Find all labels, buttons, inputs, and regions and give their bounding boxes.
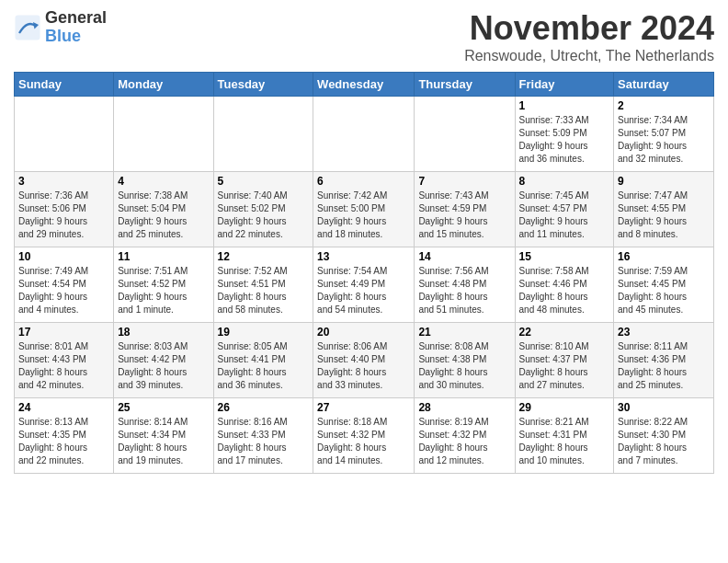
day-number: 4	[118, 175, 209, 188]
calendar-cell-w3-d6: 23Sunrise: 8:11 AM Sunset: 4:36 PM Dayli…	[614, 323, 714, 398]
day-number: 5	[218, 175, 310, 188]
day-number: 10	[18, 250, 109, 263]
day-number: 7	[418, 175, 510, 188]
calendar-cell-w4-d0: 24Sunrise: 8:13 AM Sunset: 4:35 PM Dayli…	[15, 398, 114, 474]
day-info: Sunrise: 8:16 AM Sunset: 4:33 PM Dayligh…	[218, 416, 310, 467]
day-info: Sunrise: 7:54 AM Sunset: 4:49 PM Dayligh…	[317, 265, 410, 316]
day-number: 19	[218, 326, 310, 339]
day-info: Sunrise: 8:11 AM Sunset: 4:36 PM Dayligh…	[618, 340, 710, 392]
day-info: Sunrise: 7:36 AM Sunset: 5:06 PM Dayligh…	[18, 190, 109, 241]
day-number: 1	[519, 99, 610, 112]
calendar-cell-w3-d2: 19Sunrise: 8:05 AM Sunset: 4:41 PM Dayli…	[213, 323, 313, 398]
month-title: November 2024	[464, 9, 714, 48]
calendar-cell-w3-d5: 22Sunrise: 8:10 AM Sunset: 4:37 PM Dayli…	[515, 323, 614, 398]
day-info: Sunrise: 7:51 AM Sunset: 4:52 PM Dayligh…	[118, 265, 209, 316]
day-number: 12	[218, 250, 310, 263]
calendar-body: 1Sunrise: 7:33 AM Sunset: 5:09 PM Daylig…	[15, 97, 714, 474]
day-number: 26	[218, 401, 310, 414]
day-info: Sunrise: 7:42 AM Sunset: 5:00 PM Dayligh…	[317, 190, 410, 241]
day-info: Sunrise: 7:33 AM Sunset: 5:09 PM Dayligh…	[519, 114, 610, 166]
calendar-cell-w1-d1: 4Sunrise: 7:38 AM Sunset: 5:04 PM Daylig…	[114, 172, 213, 247]
day-number: 16	[618, 250, 710, 263]
day-info: Sunrise: 8:22 AM Sunset: 4:30 PM Dayligh…	[618, 416, 710, 467]
location: Renswoude, Utrecht, The Netherlands	[464, 48, 714, 64]
calendar-cell-w2-d1: 11Sunrise: 7:51 AM Sunset: 4:52 PM Dayli…	[114, 247, 213, 323]
calendar-cell-w3-d1: 18Sunrise: 8:03 AM Sunset: 4:42 PM Dayli…	[114, 323, 213, 398]
day-info: Sunrise: 8:14 AM Sunset: 4:34 PM Dayligh…	[118, 416, 209, 467]
day-number: 11	[118, 250, 209, 263]
day-info: Sunrise: 7:47 AM Sunset: 4:55 PM Dayligh…	[618, 190, 710, 241]
title-section: November 2024 Renswoude, Utrecht, The Ne…	[464, 9, 714, 64]
calendar-cell-w1-d3: 6Sunrise: 7:42 AM Sunset: 5:00 PM Daylig…	[313, 172, 415, 247]
calendar-cell-w0-d0	[15, 97, 114, 172]
calendar-cell-w4-d3: 27Sunrise: 8:18 AM Sunset: 4:32 PM Dayli…	[313, 398, 415, 474]
day-info: Sunrise: 8:05 AM Sunset: 4:41 PM Dayligh…	[218, 340, 310, 392]
day-number: 23	[618, 326, 710, 339]
day-number: 30	[618, 401, 710, 414]
calendar-week-3: 17Sunrise: 8:01 AM Sunset: 4:43 PM Dayli…	[15, 323, 714, 398]
day-number: 2	[618, 99, 710, 112]
day-number: 27	[317, 401, 410, 414]
day-number: 3	[18, 175, 109, 188]
day-number: 9	[618, 175, 710, 188]
page-container: General Blue November 2024 Renswoude, Ut…	[0, 0, 728, 483]
day-info: Sunrise: 8:18 AM Sunset: 4:32 PM Dayligh…	[317, 416, 410, 467]
day-number: 18	[118, 326, 209, 339]
day-number: 22	[519, 326, 610, 339]
calendar-cell-w2-d4: 14Sunrise: 7:56 AM Sunset: 4:48 PM Dayli…	[415, 247, 515, 323]
calendar-cell-w0-d5: 1Sunrise: 7:33 AM Sunset: 5:09 PM Daylig…	[515, 97, 614, 172]
calendar-cell-w4-d4: 28Sunrise: 8:19 AM Sunset: 4:32 PM Dayli…	[415, 398, 515, 474]
day-number: 17	[18, 326, 109, 339]
day-number: 14	[418, 250, 510, 263]
calendar-cell-w4-d5: 29Sunrise: 8:21 AM Sunset: 4:31 PM Dayli…	[515, 398, 614, 474]
calendar-cell-w0-d4	[415, 97, 515, 172]
day-info: Sunrise: 7:58 AM Sunset: 4:46 PM Dayligh…	[519, 265, 610, 316]
calendar-cell-w2-d5: 15Sunrise: 7:58 AM Sunset: 4:46 PM Dayli…	[515, 247, 614, 323]
day-number: 15	[519, 250, 610, 263]
logo-icon	[14, 14, 41, 41]
svg-rect-0	[16, 15, 40, 40]
calendar-cell-w1-d5: 8Sunrise: 7:45 AM Sunset: 4:57 PM Daylig…	[515, 172, 614, 247]
calendar-cell-w0-d3	[313, 97, 415, 172]
calendar-cell-w2-d3: 13Sunrise: 7:54 AM Sunset: 4:49 PM Dayli…	[313, 247, 415, 323]
calendar-table: SundayMondayTuesdayWednesdayThursdayFrid…	[14, 72, 714, 474]
day-info: Sunrise: 8:10 AM Sunset: 4:37 PM Dayligh…	[519, 340, 610, 392]
day-number: 21	[418, 326, 510, 339]
weekday-header-thursday: Thursday	[415, 73, 515, 97]
weekday-header-saturday: Saturday	[614, 73, 714, 97]
logo-line1: General	[45, 9, 107, 28]
calendar-cell-w0-d2	[213, 97, 313, 172]
day-info: Sunrise: 7:56 AM Sunset: 4:48 PM Dayligh…	[418, 265, 510, 316]
calendar-cell-w1-d2: 5Sunrise: 7:40 AM Sunset: 5:02 PM Daylig…	[213, 172, 313, 247]
day-info: Sunrise: 7:43 AM Sunset: 4:59 PM Dayligh…	[418, 190, 510, 241]
day-info: Sunrise: 8:13 AM Sunset: 4:35 PM Dayligh…	[18, 416, 109, 467]
day-number: 25	[118, 401, 209, 414]
day-info: Sunrise: 7:49 AM Sunset: 4:54 PM Dayligh…	[18, 265, 109, 316]
day-info: Sunrise: 8:21 AM Sunset: 4:31 PM Dayligh…	[519, 416, 610, 467]
day-number: 13	[317, 250, 410, 263]
day-info: Sunrise: 8:03 AM Sunset: 4:42 PM Dayligh…	[118, 340, 209, 392]
weekday-header-wednesday: Wednesday	[313, 73, 415, 97]
calendar-cell-w2-d0: 10Sunrise: 7:49 AM Sunset: 4:54 PM Dayli…	[15, 247, 114, 323]
logo-line2: Blue	[45, 28, 107, 46]
calendar-cell-w0-d1	[114, 97, 213, 172]
day-info: Sunrise: 8:19 AM Sunset: 4:32 PM Dayligh…	[418, 416, 510, 467]
calendar-cell-w4-d6: 30Sunrise: 8:22 AM Sunset: 4:30 PM Dayli…	[614, 398, 714, 474]
logo: General Blue	[14, 9, 107, 46]
weekday-header-monday: Monday	[114, 73, 213, 97]
calendar-week-4: 24Sunrise: 8:13 AM Sunset: 4:35 PM Dayli…	[15, 398, 714, 474]
day-info: Sunrise: 7:34 AM Sunset: 5:07 PM Dayligh…	[618, 114, 710, 166]
calendar-cell-w3-d0: 17Sunrise: 8:01 AM Sunset: 4:43 PM Dayli…	[15, 323, 114, 398]
weekday-header-sunday: Sunday	[15, 73, 114, 97]
calendar-cell-w3-d4: 21Sunrise: 8:08 AM Sunset: 4:38 PM Dayli…	[415, 323, 515, 398]
day-info: Sunrise: 7:38 AM Sunset: 5:04 PM Dayligh…	[118, 190, 209, 241]
day-number: 20	[317, 326, 410, 339]
calendar-cell-w1-d0: 3Sunrise: 7:36 AM Sunset: 5:06 PM Daylig…	[15, 172, 114, 247]
day-number: 28	[418, 401, 510, 414]
calendar-cell-w4-d2: 26Sunrise: 8:16 AM Sunset: 4:33 PM Dayli…	[213, 398, 313, 474]
day-info: Sunrise: 7:40 AM Sunset: 5:02 PM Dayligh…	[218, 190, 310, 241]
day-info: Sunrise: 7:52 AM Sunset: 4:51 PM Dayligh…	[218, 265, 310, 316]
day-number: 29	[519, 401, 610, 414]
calendar-cell-w0-d6: 2Sunrise: 7:34 AM Sunset: 5:07 PM Daylig…	[614, 97, 714, 172]
day-info: Sunrise: 8:08 AM Sunset: 4:38 PM Dayligh…	[418, 340, 510, 392]
